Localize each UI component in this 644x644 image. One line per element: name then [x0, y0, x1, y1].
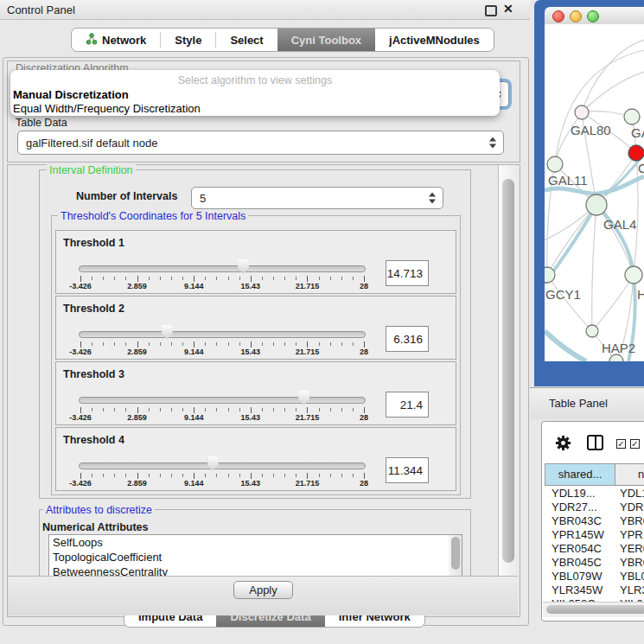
- table-cell[interactable]: YLR345W: [542, 583, 612, 597]
- threshold-slider-track[interactable]: [79, 331, 366, 338]
- network-node[interactable]: [624, 109, 640, 124]
- slider-tick: [284, 408, 285, 411]
- slider-tick: [341, 474, 342, 477]
- close-traffic-light[interactable]: [552, 10, 564, 22]
- slider-tick-label: 28: [360, 348, 368, 356]
- network-node[interactable]: [586, 194, 607, 215]
- checkbox-icon[interactable]: ✓: [630, 439, 640, 449]
- zoom-traffic-light[interactable]: [587, 10, 599, 22]
- horizontal-scrollbar[interactable]: [543, 602, 644, 617]
- table-row[interactable]: YER054CYER0: [542, 542, 644, 556]
- slider-tick: [182, 342, 183, 346]
- network-node-label: C: [638, 161, 644, 175]
- float-window-icon[interactable]: [485, 5, 497, 16]
- table-row[interactable]: YDL19...YDL1: [542, 487, 644, 501]
- column-header-name[interactable]: na: [615, 463, 644, 486]
- interval-definition-group: Interval Definition Number of Intervals …: [39, 169, 471, 499]
- threshold-slider-track[interactable]: [79, 397, 366, 404]
- table-cell[interactable]: YLR3: [612, 583, 644, 597]
- network-node[interactable]: [628, 145, 644, 161]
- algorithm-option-manual[interactable]: Manual Discretization: [10, 88, 500, 102]
- table-cell[interactable]: YBR043C: [542, 514, 612, 528]
- threshold-slider-track[interactable]: [79, 265, 366, 272]
- tab-network[interactable]: Network: [72, 29, 160, 51]
- algorithm-option-equal-width[interactable]: Equal Width/Frequency Discretization: [10, 102, 500, 116]
- network-node[interactable]: [586, 325, 598, 337]
- network-node[interactable]: [575, 105, 589, 119]
- slider-tick: [273, 474, 274, 477]
- table-cell[interactable]: YDL1: [612, 487, 644, 501]
- slider-tick: [182, 474, 183, 477]
- threshold-slider-track[interactable]: [79, 462, 366, 469]
- slider-tick: [353, 342, 354, 346]
- tab-cyni-toolbox[interactable]: Cyni Toolbox: [277, 29, 375, 51]
- slider-tick: [341, 342, 342, 346]
- table-cell[interactable]: YDR2: [612, 501, 644, 514]
- network-node[interactable]: [547, 156, 563, 172]
- network-node-label: GA: [631, 125, 644, 140]
- apply-button[interactable]: Apply: [233, 581, 293, 599]
- slider-tick: [251, 276, 252, 282]
- threshold-value-field[interactable]: 11.344: [386, 457, 429, 483]
- table-row[interactable]: YDR27...YDR2: [542, 501, 644, 514]
- slider-tick: [319, 342, 320, 346]
- table-row[interactable]: YLR345WYLR3: [542, 583, 644, 597]
- table-cell[interactable]: YDL19...: [542, 487, 612, 501]
- checkbox-icon[interactable]: ✓: [616, 439, 626, 449]
- slider-tick: [319, 474, 320, 477]
- tab-style[interactable]: Style: [161, 29, 215, 51]
- attribute-list-item[interactable]: SelfLoops: [49, 535, 462, 550]
- number-of-intervals-combobox[interactable]: 5: [191, 187, 443, 209]
- network-canvas[interactable]: GAL80GACGAL11GAL4GCY1HHAP2: [545, 24, 644, 361]
- gear-icon[interactable]: [555, 435, 571, 455]
- minimize-traffic-light[interactable]: [570, 10, 582, 22]
- close-icon[interactable]: ✕: [503, 2, 513, 16]
- table-cell[interactable]: YBR0: [612, 514, 644, 528]
- table-row[interactable]: YBR043CYBR0: [542, 514, 644, 528]
- threshold-value-field[interactable]: 6.316: [386, 326, 429, 352]
- table-cell[interactable]: YBR0: [612, 556, 644, 570]
- slider-tick: [228, 408, 229, 411]
- table-cell[interactable]: YER0: [612, 542, 644, 556]
- table-data-combobox[interactable]: galFiltered.sif default node: [17, 131, 504, 155]
- vertical-scrollbar-thumb[interactable]: [502, 179, 514, 563]
- slider-tick: [251, 407, 252, 413]
- network-window[interactable]: GAL80GACGAL11GAL4GCY1HHAP2: [534, 0, 644, 386]
- threshold-value-field[interactable]: 14.713: [386, 260, 429, 286]
- table-cell[interactable]: YPR1: [612, 528, 644, 542]
- list-scrollbar-thumb[interactable]: [451, 537, 460, 570]
- slider-tick: [114, 277, 115, 280]
- table-cell[interactable]: YPR145W: [542, 528, 612, 542]
- table-cell[interactable]: YBR045C: [542, 556, 612, 570]
- slider-tick-label: 9.144: [184, 348, 204, 356]
- slider-tick: [103, 474, 104, 477]
- slider-tick: [205, 408, 206, 411]
- column-header-shared[interactable]: shared...: [545, 463, 615, 486]
- slider-tick: [171, 342, 172, 346]
- vertical-scrollbar[interactable]: [498, 165, 519, 576]
- slider-tick-label: 15.43: [241, 479, 261, 488]
- tab-jactivemnodules[interactable]: jActiveMNodules: [375, 29, 494, 51]
- attribute-list-item[interactable]: TopologicalCoefficient: [49, 550, 462, 564]
- threshold-value-field[interactable]: 21.4: [386, 392, 429, 418]
- table-cell[interactable]: YER054C: [542, 542, 612, 556]
- table-cell[interactable]: YBL0: [612, 570, 644, 583]
- slider-tick: [92, 342, 92, 346]
- table-row[interactable]: YBR045CYBR0: [542, 556, 644, 570]
- network-window-titlebar[interactable]: [545, 7, 644, 25]
- network-node[interactable]: [625, 266, 642, 284]
- table-row[interactable]: YBL079WYBL0: [542, 570, 644, 583]
- slider-tick: [137, 276, 138, 282]
- network-node[interactable]: [545, 267, 555, 283]
- slider-tick: [262, 474, 263, 477]
- columns-icon[interactable]: [587, 435, 603, 450]
- slider-tick: [125, 342, 126, 346]
- horizontal-scrollbar-thumb[interactable]: [546, 605, 644, 614]
- slider-tick: [194, 407, 194, 413]
- table-row[interactable]: YPR145WYPR1: [542, 528, 644, 542]
- table-cell[interactable]: YDR27...: [542, 501, 612, 514]
- tab-select[interactable]: Select: [216, 29, 277, 51]
- table-panel-header: Table Panel: [530, 387, 644, 419]
- table-cell[interactable]: YBL079W: [542, 570, 612, 583]
- attributes-group-title: Attributes to discretize: [43, 504, 155, 516]
